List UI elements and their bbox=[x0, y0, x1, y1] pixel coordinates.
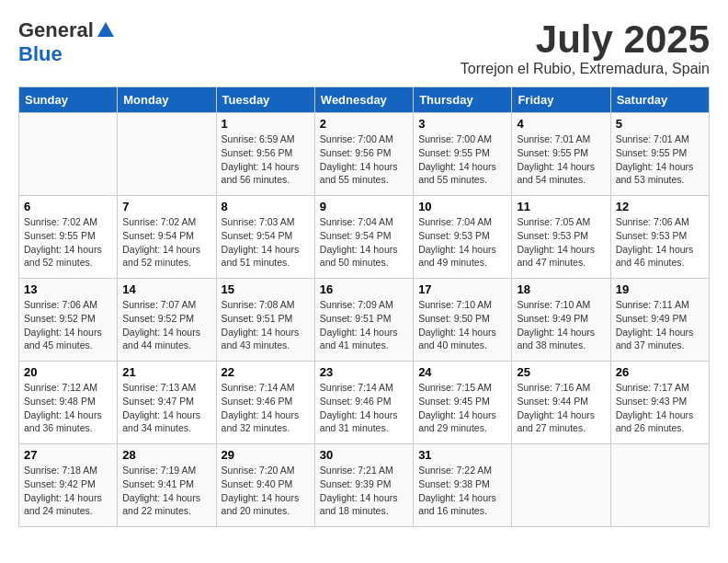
day-info: Sunrise: 7:01 AMSunset: 9:55 PMDaylight:… bbox=[517, 132, 605, 187]
calendar-cell: 15Sunrise: 7:08 AMSunset: 9:51 PMDayligh… bbox=[216, 279, 314, 362]
day-number: 10 bbox=[418, 200, 506, 213]
calendar-cell: 22Sunrise: 7:14 AMSunset: 9:46 PMDayligh… bbox=[216, 362, 314, 444]
sunrise-text: Sunrise: 7:11 AM bbox=[616, 299, 689, 310]
weekday-header-monday: Monday bbox=[118, 87, 216, 113]
calendar-cell: 20Sunrise: 7:12 AMSunset: 9:48 PMDayligh… bbox=[19, 362, 118, 444]
sunset-text: Sunset: 9:51 PM bbox=[222, 313, 293, 324]
sunset-text: Sunset: 9:40 PM bbox=[222, 478, 293, 489]
calendar-week-2: 6Sunrise: 7:02 AMSunset: 9:55 PMDaylight… bbox=[19, 196, 710, 279]
calendar-cell bbox=[610, 444, 709, 527]
sunset-text: Sunset: 9:41 PM bbox=[122, 478, 194, 489]
sunrise-text: Sunrise: 7:00 AM bbox=[418, 133, 492, 144]
day-number: 2 bbox=[320, 117, 408, 131]
day-number: 24 bbox=[418, 365, 506, 379]
title-area: July 2025 Torrejon el Rubio, Extremadura… bbox=[461, 18, 710, 77]
sunset-text: Sunset: 9:54 PM bbox=[222, 230, 293, 241]
day-info: Sunrise: 7:07 AMSunset: 9:52 PMDaylight:… bbox=[122, 298, 210, 352]
daylight-text: Daylight: 14 hours and 51 minutes. bbox=[222, 244, 300, 269]
calendar-cell: 9Sunrise: 7:04 AMSunset: 9:54 PMDaylight… bbox=[314, 196, 413, 279]
daylight-text: Daylight: 14 hours and 49 minutes. bbox=[418, 244, 496, 269]
daylight-text: Daylight: 14 hours and 55 minutes. bbox=[418, 161, 496, 186]
weekday-header-friday: Friday bbox=[512, 87, 610, 113]
daylight-text: Daylight: 14 hours and 44 minutes. bbox=[122, 327, 200, 351]
day-info: Sunrise: 7:14 AMSunset: 9:46 PMDaylight:… bbox=[320, 381, 408, 435]
calendar-cell bbox=[19, 113, 118, 196]
calendar-cell: 23Sunrise: 7:14 AMSunset: 9:46 PMDayligh… bbox=[314, 362, 413, 444]
sunrise-text: Sunrise: 7:07 AM bbox=[122, 299, 196, 310]
sunset-text: Sunset: 9:44 PM bbox=[517, 396, 588, 407]
sunset-text: Sunset: 9:54 PM bbox=[122, 230, 194, 241]
sunrise-text: Sunrise: 7:04 AM bbox=[418, 216, 492, 227]
sunset-text: Sunset: 9:56 PM bbox=[222, 147, 293, 158]
day-number: 31 bbox=[418, 448, 506, 462]
day-info: Sunrise: 7:16 AMSunset: 9:44 PMDaylight:… bbox=[517, 381, 605, 435]
day-info: Sunrise: 7:03 AMSunset: 9:54 PMDaylight:… bbox=[222, 215, 310, 270]
sunset-text: Sunset: 9:42 PM bbox=[24, 478, 96, 489]
sunset-text: Sunset: 9:51 PM bbox=[320, 313, 392, 324]
daylight-text: Daylight: 14 hours and 46 minutes. bbox=[616, 244, 694, 269]
day-info: Sunrise: 7:02 AMSunset: 9:55 PMDaylight:… bbox=[24, 215, 112, 270]
day-number: 11 bbox=[517, 200, 605, 213]
sunrise-text: Sunrise: 7:02 AM bbox=[122, 216, 196, 227]
day-info: Sunrise: 7:11 AMSunset: 9:49 PMDaylight:… bbox=[616, 298, 704, 352]
day-info: Sunrise: 7:18 AMSunset: 9:42 PMDaylight:… bbox=[24, 464, 112, 518]
sunset-text: Sunset: 9:55 PM bbox=[418, 147, 490, 158]
calendar-cell: 8Sunrise: 7:03 AMSunset: 9:54 PMDaylight… bbox=[216, 196, 314, 279]
sunrise-text: Sunrise: 7:21 AM bbox=[320, 465, 393, 476]
calendar-cell: 11Sunrise: 7:05 AMSunset: 9:53 PMDayligh… bbox=[512, 196, 610, 279]
day-number: 15 bbox=[222, 282, 310, 296]
sunrise-text: Sunrise: 7:22 AM bbox=[418, 465, 492, 476]
sunrise-text: Sunrise: 7:14 AM bbox=[320, 382, 393, 393]
daylight-text: Daylight: 14 hours and 18 minutes. bbox=[320, 492, 398, 517]
sunset-text: Sunset: 9:38 PM bbox=[418, 478, 490, 489]
sunset-text: Sunset: 9:54 PM bbox=[320, 230, 392, 241]
day-number: 1 bbox=[222, 117, 310, 131]
weekday-header-row: SundayMondayTuesdayWednesdayThursdayFrid… bbox=[19, 87, 710, 113]
day-info: Sunrise: 7:04 AMSunset: 9:53 PMDaylight:… bbox=[418, 215, 506, 270]
daylight-text: Daylight: 14 hours and 52 minutes. bbox=[24, 244, 102, 269]
calendar-week-4: 20Sunrise: 7:12 AMSunset: 9:48 PMDayligh… bbox=[19, 362, 710, 444]
sunrise-text: Sunrise: 7:17 AM bbox=[616, 382, 689, 393]
day-number: 20 bbox=[24, 365, 112, 379]
sunrise-text: Sunrise: 7:03 AM bbox=[222, 216, 295, 227]
day-number: 29 bbox=[222, 448, 310, 462]
weekday-header-saturday: Saturday bbox=[610, 87, 709, 113]
calendar-cell: 7Sunrise: 7:02 AMSunset: 9:54 PMDaylight… bbox=[118, 196, 216, 279]
day-number: 6 bbox=[24, 200, 112, 213]
sunrise-text: Sunrise: 7:08 AM bbox=[222, 299, 295, 310]
day-info: Sunrise: 7:09 AMSunset: 9:51 PMDaylight:… bbox=[320, 298, 408, 352]
day-info: Sunrise: 7:00 AMSunset: 9:56 PMDaylight:… bbox=[320, 132, 408, 187]
sunset-text: Sunset: 9:47 PM bbox=[122, 396, 194, 407]
daylight-text: Daylight: 14 hours and 45 minutes. bbox=[24, 327, 102, 351]
day-info: Sunrise: 7:06 AMSunset: 9:53 PMDaylight:… bbox=[616, 215, 704, 270]
sunrise-text: Sunrise: 7:02 AM bbox=[24, 216, 97, 227]
logo-blue-text: Blue bbox=[18, 42, 63, 66]
calendar-week-1: 1Sunrise: 6:59 AMSunset: 9:56 PMDaylight… bbox=[19, 113, 710, 196]
daylight-text: Daylight: 14 hours and 41 minutes. bbox=[320, 327, 398, 351]
calendar-cell: 31Sunrise: 7:22 AMSunset: 9:38 PMDayligh… bbox=[414, 444, 512, 527]
day-info: Sunrise: 7:06 AMSunset: 9:52 PMDaylight:… bbox=[24, 298, 112, 352]
sunrise-text: Sunrise: 7:01 AM bbox=[616, 133, 689, 144]
daylight-text: Daylight: 14 hours and 50 minutes. bbox=[320, 244, 398, 269]
day-info: Sunrise: 7:10 AMSunset: 9:50 PMDaylight:… bbox=[418, 298, 506, 352]
calendar-cell: 4Sunrise: 7:01 AMSunset: 9:55 PMDaylight… bbox=[512, 113, 610, 196]
weekday-header-sunday: Sunday bbox=[19, 87, 118, 113]
daylight-text: Daylight: 14 hours and 55 minutes. bbox=[320, 161, 398, 186]
sunset-text: Sunset: 9:48 PM bbox=[24, 396, 96, 407]
day-number: 25 bbox=[517, 365, 605, 379]
day-number: 4 bbox=[517, 117, 605, 131]
logo-general-text: General bbox=[18, 18, 94, 42]
sunrise-text: Sunrise: 7:10 AM bbox=[517, 299, 590, 310]
calendar-cell: 3Sunrise: 7:00 AMSunset: 9:55 PMDaylight… bbox=[414, 113, 512, 196]
sunrise-text: Sunrise: 7:12 AM bbox=[24, 382, 97, 393]
day-info: Sunrise: 7:22 AMSunset: 9:38 PMDaylight:… bbox=[418, 464, 506, 518]
sunset-text: Sunset: 9:53 PM bbox=[517, 230, 588, 241]
calendar-cell bbox=[118, 113, 216, 196]
sunrise-text: Sunrise: 7:06 AM bbox=[616, 216, 689, 227]
calendar-cell: 2Sunrise: 7:00 AMSunset: 9:56 PMDaylight… bbox=[314, 113, 413, 196]
day-number: 9 bbox=[320, 200, 408, 213]
calendar-cell: 1Sunrise: 6:59 AMSunset: 9:56 PMDaylight… bbox=[216, 113, 314, 196]
day-info: Sunrise: 7:13 AMSunset: 9:47 PMDaylight:… bbox=[122, 381, 210, 435]
day-number: 16 bbox=[320, 282, 408, 296]
daylight-text: Daylight: 14 hours and 54 minutes. bbox=[517, 161, 595, 186]
